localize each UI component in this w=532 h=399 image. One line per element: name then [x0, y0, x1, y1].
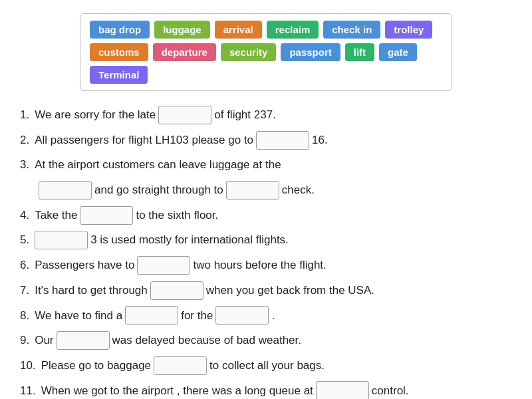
word-chip-gate[interactable]: gate: [379, 43, 417, 61]
sentence-text: Passengers have to: [35, 253, 134, 277]
word-chip-security[interactable]: security: [221, 43, 277, 61]
sentence-text: to the sixth floor.: [136, 203, 218, 227]
word-chip-bag-drop[interactable]: bag drop: [90, 21, 150, 39]
sentence-text: for the: [181, 304, 213, 328]
sentence-text: of flight 237.: [214, 103, 276, 127]
sentence-number: 7.: [20, 279, 29, 303]
sentence-text: Our: [35, 329, 53, 352]
sentence-number: 4.: [20, 203, 29, 227]
answer-blank[interactable]: [226, 181, 279, 200]
sentence-line-2: 3.At the airport customers can leave lug…: [20, 153, 512, 177]
sentence-number: 5.: [20, 228, 29, 252]
sentence-line-0: 1.We are sorry for the lateof flight 237…: [20, 103, 512, 127]
sentence-text: when you get back from the USA.: [206, 279, 374, 303]
sentence-text: 3 is used mostly for international fligh…: [90, 228, 289, 252]
sentence-line-4: 4.Take theto the sixth floor.: [20, 203, 512, 227]
sentence-line-10: 10.Please go to baggageto collect all yo…: [20, 354, 512, 378]
answer-blank[interactable]: [256, 131, 309, 150]
sentence-line-5: 5.3 is used mostly for international fli…: [20, 228, 512, 252]
sentence-line-7: 7.It's hard to get throughwhen you get b…: [20, 279, 512, 303]
sentence-text: It's hard to get through: [35, 279, 148, 303]
sentence-text: to collect all your bags.: [209, 354, 325, 378]
sentence-number: 9.: [20, 329, 29, 352]
sentence-text: Please go to baggage: [41, 354, 151, 378]
answer-blank[interactable]: [57, 331, 110, 350]
sentence-text: was delayed because of bad weather.: [112, 329, 301, 352]
sentence-text: 16.: [312, 128, 328, 152]
answer-blank[interactable]: [125, 306, 178, 325]
answer-blank[interactable]: [154, 356, 207, 375]
sentence-text: Take the: [35, 203, 77, 227]
answer-blank[interactable]: [39, 181, 92, 200]
sentence-number: 1.: [20, 103, 29, 127]
word-chip-check-in[interactable]: check in: [323, 21, 380, 39]
word-chip-arrival[interactable]: arrival: [215, 21, 262, 39]
word-chip-departure[interactable]: departure: [153, 43, 216, 61]
sentences-container: 1.We are sorry for the lateof flight 237…: [13, 103, 519, 399]
answer-blank[interactable]: [215, 306, 269, 325]
word-chip-trolley[interactable]: trolley: [385, 21, 432, 39]
word-chip-passport[interactable]: passport: [281, 43, 340, 61]
sentence-line-6: 6.Passengers have totwo hours before the…: [20, 253, 512, 277]
word-chip-lift[interactable]: lift: [345, 43, 374, 61]
answer-blank[interactable]: [80, 206, 133, 225]
word-chip-Terminal[interactable]: Terminal: [90, 66, 148, 84]
sentence-text: control.: [372, 379, 409, 399]
sentence-line-3: and go straight through tocheck.: [20, 178, 512, 202]
word-chip-reclaim[interactable]: reclaim: [267, 21, 319, 39]
answer-blank[interactable]: [158, 106, 211, 124]
sentence-line-9: 9.Ourwas delayed because of bad weather.: [20, 329, 512, 352]
word-chip-customs[interactable]: customs: [90, 43, 148, 61]
answer-blank[interactable]: [35, 231, 88, 249]
sentence-line-11: 11.When we got to the airport , there wa…: [20, 379, 512, 399]
sentence-text: At the airport customers can leave lugga…: [35, 153, 281, 177]
sentence-line-1: 2.All passengers for flight LH103 please…: [20, 128, 512, 152]
sentence-number: 11.: [20, 379, 36, 399]
sentence-line-8: 8.We have to find afor the.: [20, 304, 512, 328]
sentence-text: When we got to the airport , there was a…: [41, 379, 313, 399]
answer-blank[interactable]: [150, 281, 203, 300]
answer-blank[interactable]: [137, 256, 190, 275]
sentence-number: 10.: [20, 354, 36, 378]
sentence-text: and go straight through to: [94, 178, 223, 202]
sentence-text: .: [271, 304, 275, 328]
sentence-number: 2.: [20, 128, 29, 152]
sentence-number: 3.: [20, 153, 29, 177]
sentence-text: All passengers for flight LH103 please g…: [35, 128, 253, 152]
word-chip-luggage[interactable]: luggage: [154, 21, 210, 39]
word-bank: bag dropluggagearrivalreclaimcheck intro…: [80, 13, 452, 91]
answer-blank[interactable]: [316, 381, 369, 399]
sentence-text: two hours before the flight.: [193, 253, 326, 277]
sentence-number: 6.: [20, 253, 29, 277]
sentence-text: We have to find a: [35, 304, 122, 328]
sentence-text: We are sorry for the late: [35, 103, 156, 127]
sentence-text: check.: [282, 178, 315, 202]
sentence-number: 8.: [20, 304, 29, 328]
